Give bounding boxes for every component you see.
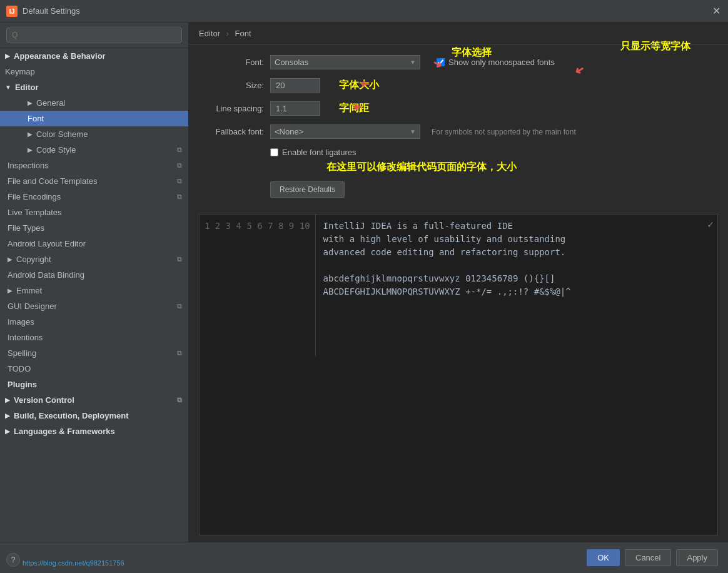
sidebar-list: ▶Appearance & BehaviorKeymap▼Editor▶Gene… — [0, 48, 188, 439]
arrow-icon: ▶ — [8, 287, 13, 294]
annotation-arrow-linespacing: ➜ — [353, 101, 362, 114]
sidebar-item-spelling[interactable]: Spelling⧉ — [0, 345, 188, 361]
dialog-title: Default Settings — [23, 6, 80, 16]
bottom-bar: ? https://blog.csdn.net/q982151756 OK Ca… — [0, 542, 728, 573]
annotation-edit-hint: 在这里可以修改编辑代码页面的字体，大小 — [326, 161, 728, 174]
preview-area: ✓ 1 2 3 4 5 6 7 8 9 10 IntelliJ IDEA is … — [199, 214, 718, 535]
preview-inner: 1 2 3 4 5 6 7 8 9 10 IntelliJ IDEA is a … — [200, 215, 717, 356]
sidebar-item-android-layout[interactable]: Android Layout Editor — [0, 236, 188, 251]
sidebar-label: Images — [8, 317, 34, 327]
sidebar-label: Intentions — [8, 333, 43, 342]
search-input[interactable] — [6, 28, 182, 43]
sidebar-item-appearance[interactable]: ▶Appearance & Behavior — [0, 48, 188, 64]
ligature-checkbox[interactable] — [270, 148, 278, 156]
sidebar-item-version-control[interactable]: ▶Version Control⧉ — [0, 392, 188, 408]
restore-defaults-button[interactable]: Restore Defaults — [270, 181, 345, 198]
check-mark-icon: ✓ — [707, 218, 714, 230]
cancel-button[interactable]: Cancel — [625, 549, 671, 566]
arrow-icon: ▶ — [8, 256, 13, 263]
arrow-icon: ▶ — [5, 428, 10, 435]
sidebar: ▶Appearance & BehaviorKeymap▼Editor▶Gene… — [0, 23, 189, 542]
dialog-body: ▶Appearance & BehaviorKeymap▼Editor▶Gene… — [0, 23, 728, 542]
sidebar-item-build[interactable]: ▶Build, Execution, Deployment — [0, 408, 188, 423]
sidebar-item-general[interactable]: ▶General — [0, 95, 188, 111]
sidebar-label: Spelling — [8, 348, 36, 358]
arrow-icon: ▶ — [28, 146, 33, 153]
annotation-linespacing: 字间距 — [339, 102, 369, 115]
sidebar-item-file-types[interactable]: File Types — [0, 220, 188, 236]
arrow-icon: ▶ — [28, 99, 33, 106]
code-lines: IntelliJ IDEA is a full-featured IDE wit… — [316, 215, 579, 356]
monospaced-checkbox[interactable] — [437, 58, 445, 66]
sidebar-item-file-code-templates[interactable]: File and Code Templates⧉ — [0, 173, 188, 189]
ligature-label: Enable font ligatures — [282, 148, 356, 157]
sidebar-item-inspections[interactable]: Inspections⧉ — [0, 158, 188, 173]
sidebar-label: Live Templates — [8, 208, 61, 217]
size-input[interactable] — [270, 78, 320, 93]
font-value: Consolas — [275, 58, 407, 67]
sidebar-item-images[interactable]: Images — [0, 314, 188, 330]
copy-icon: ⧉ — [177, 396, 182, 404]
sidebar-label: File Encodings — [8, 192, 61, 201]
fallback-value: <None> — [275, 127, 407, 136]
ok-button[interactable]: OK — [587, 549, 620, 566]
sidebar-item-gui-designer[interactable]: GUI Designer⧉ — [0, 298, 188, 314]
fallback-label: Fallback font: — [201, 127, 264, 136]
search-box — [0, 23, 188, 48]
copy-icon: ⧉ — [177, 193, 182, 201]
line-numbers: 1 2 3 4 5 6 7 8 9 10 — [200, 215, 316, 356]
sidebar-label: Color Scheme — [36, 129, 88, 139]
line-spacing-label: Line spacing: — [201, 104, 264, 113]
sidebar-item-live-templates[interactable]: Live Templates — [0, 205, 188, 220]
apply-button[interactable]: Apply — [676, 549, 718, 566]
sidebar-label: Languages & Frameworks — [14, 427, 115, 436]
sidebar-item-copyright[interactable]: ▶Copyright⧉ — [0, 251, 188, 267]
arrow-icon: ▶ — [5, 412, 10, 419]
sidebar-label: File and Code Templates — [8, 176, 98, 186]
sidebar-label: Android Layout Editor — [8, 239, 86, 248]
font-dropdown[interactable]: Consolas ▼ — [270, 55, 420, 69]
fallback-dropdown-arrow: ▼ — [410, 128, 416, 135]
sidebar-item-editor[interactable]: ▼Editor — [0, 79, 188, 95]
sidebar-item-color-scheme[interactable]: ▶Color Scheme — [0, 126, 188, 142]
sidebar-label: Copyright — [16, 255, 51, 264]
annotation-size: 字体大小 — [339, 79, 379, 92]
copy-icon: ⧉ — [177, 349, 182, 357]
font-dropdown-arrow: ▼ — [410, 59, 416, 66]
help-button[interactable]: ? — [6, 553, 20, 567]
svg-text:IJ: IJ — [9, 8, 14, 15]
monospaced-label: Show only monospaced fonts — [448, 58, 555, 67]
copy-icon: ⧉ — [177, 161, 182, 170]
sidebar-item-languages[interactable]: ▶Languages & Frameworks — [0, 423, 188, 439]
sidebar-label: Plugins — [8, 380, 37, 389]
sidebar-item-plugins[interactable]: Plugins — [0, 377, 188, 392]
sidebar-item-keymap[interactable]: Keymap — [0, 64, 188, 79]
close-button[interactable]: ✕ — [712, 6, 720, 16]
arrow-icon: ▶ — [5, 397, 10, 403]
sidebar-label: File Types — [8, 223, 44, 233]
sidebar-label: General — [36, 98, 65, 108]
monospaced-check[interactable]: Show only monospaced fonts — [437, 58, 555, 67]
sidebar-item-intentions[interactable]: Intentions — [0, 330, 188, 345]
sidebar-label: Keymap — [5, 67, 35, 76]
app-icon: IJ — [6, 6, 18, 17]
size-label: Size: — [201, 81, 264, 90]
sidebar-item-file-encodings[interactable]: File Encodings⧉ — [0, 189, 188, 205]
arrow-icon: ▶ — [5, 53, 10, 59]
sidebar-item-todo[interactable]: TODO — [0, 361, 188, 377]
sidebar-label: Inspections — [8, 161, 49, 170]
fallback-dropdown[interactable]: <None> ▼ — [270, 124, 420, 139]
font-label: Font: — [201, 58, 264, 67]
line-spacing-input[interactable] — [270, 101, 320, 116]
copy-icon: ⧉ — [177, 177, 182, 185]
sidebar-item-code-style[interactable]: ▶Code Style⧉ — [0, 142, 188, 158]
arrow-icon: ▼ — [5, 84, 11, 91]
sidebar-label: Version Control — [14, 395, 74, 405]
breadcrumb-sep: › — [226, 29, 229, 38]
sidebar-item-emmet[interactable]: ▶Emmet — [0, 283, 188, 298]
sidebar-label: Android Data Binding — [8, 270, 84, 280]
sidebar-item-font[interactable]: Font — [0, 111, 188, 126]
sidebar-item-android-data[interactable]: Android Data Binding — [0, 267, 188, 283]
sidebar-label: Editor — [15, 83, 39, 92]
fallback-hint: For symbols not supported by the main fo… — [432, 128, 576, 136]
